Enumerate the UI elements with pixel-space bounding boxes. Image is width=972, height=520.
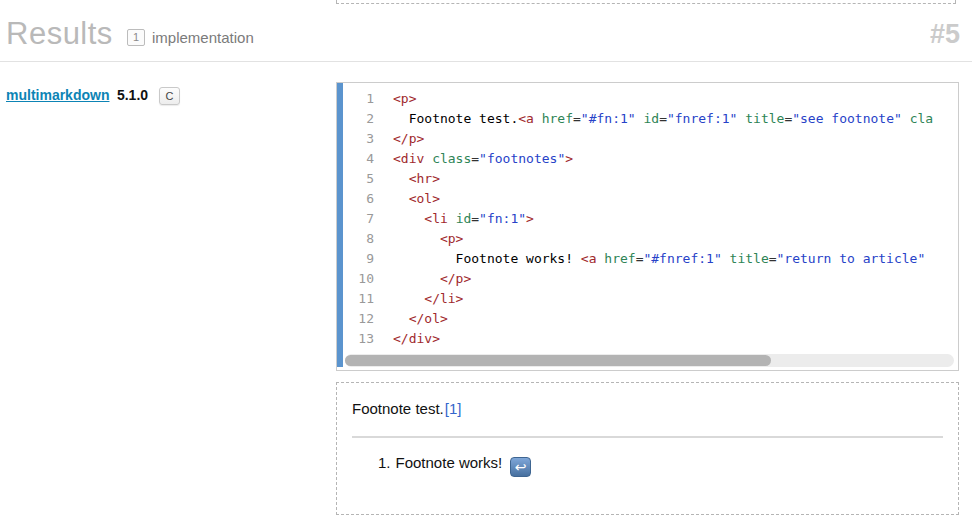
code-line: </p>: [393, 269, 958, 289]
code-line: </ol>: [393, 309, 958, 329]
preview-divider: [352, 436, 943, 438]
line-number: 2: [343, 109, 374, 129]
code-line: <hr>: [393, 169, 958, 189]
line-number: 3: [343, 129, 374, 149]
implementation-count-label: implementation: [152, 29, 254, 46]
preview-paragraph: Footnote test.[1]: [352, 399, 943, 418]
code-line: <p>: [393, 229, 958, 249]
code-line: Footnote test.<a href="#fn:1" id="fnref:…: [393, 109, 958, 129]
result-number: #5: [930, 19, 960, 50]
line-number: 1: [343, 89, 374, 109]
line-number: 9: [343, 249, 374, 269]
code-line: <ol>: [393, 189, 958, 209]
code-line: </div>: [393, 329, 958, 349]
code-lines: <p> Footnote test.<a href="#fn:1" id="fn…: [383, 83, 958, 353]
footnote-marker: 1.: [378, 454, 391, 471]
language-badge: C: [159, 87, 181, 105]
implementation-column: multimarkdown 5.1.0 C: [6, 82, 336, 515]
implementation-link[interactable]: multimarkdown: [6, 87, 109, 103]
implementation-count-badge: 1: [127, 29, 145, 46]
rendered-preview-panel: Footnote test.[1] 1.Footnote works!↩: [336, 382, 959, 515]
html-output-code-panel: 12345678910111213 <p> Footnote test.<a h…: [336, 82, 959, 371]
footnote-item: 1.Footnote works!↩: [378, 454, 943, 477]
preview-paragraph-text: Footnote test.: [352, 400, 444, 417]
line-number: 13: [343, 329, 374, 349]
return-arrow-icon[interactable]: ↩: [510, 457, 531, 477]
code-line: <li id="fn:1">: [393, 209, 958, 229]
code-line: </p>: [393, 129, 958, 149]
line-number: 12: [343, 309, 374, 329]
line-number: 11: [343, 289, 374, 309]
footnote-list: 1.Footnote works!↩: [352, 454, 943, 477]
code-line: Footnote works! <a href="#fnref:1" title…: [393, 249, 958, 269]
code-line: <p>: [393, 89, 958, 109]
line-number: 4: [343, 149, 374, 169]
footnote-ref-link[interactable]: [1]: [445, 400, 462, 417]
previous-result-box-edge: [336, 0, 956, 4]
line-number: 8: [343, 229, 374, 249]
page-title: Results: [6, 16, 113, 52]
code-gutter: 12345678910111213: [343, 83, 383, 353]
output-column: 12345678910111213 <p> Footnote test.<a h…: [336, 82, 959, 515]
code-line: <div class="footnotes">: [393, 149, 958, 169]
horizontal-scrollbar[interactable]: [345, 354, 954, 367]
implementation-version: 5.1.0: [117, 87, 148, 103]
line-number: 10: [343, 269, 374, 289]
results-header: Results 1 implementation #5: [0, 0, 972, 52]
code-inner: 12345678910111213 <p> Footnote test.<a h…: [337, 83, 958, 367]
code-line: </li>: [393, 289, 958, 309]
line-number: 7: [343, 209, 374, 229]
line-number: 5: [343, 169, 374, 189]
footnote-text: Footnote works!: [396, 454, 503, 471]
horizontal-scrollbar-thumb[interactable]: [345, 355, 771, 366]
code-main: 12345678910111213 <p> Footnote test.<a h…: [343, 83, 958, 353]
result-row: multimarkdown 5.1.0 C 12345678910111213 …: [0, 62, 972, 515]
line-number: 6: [343, 189, 374, 209]
